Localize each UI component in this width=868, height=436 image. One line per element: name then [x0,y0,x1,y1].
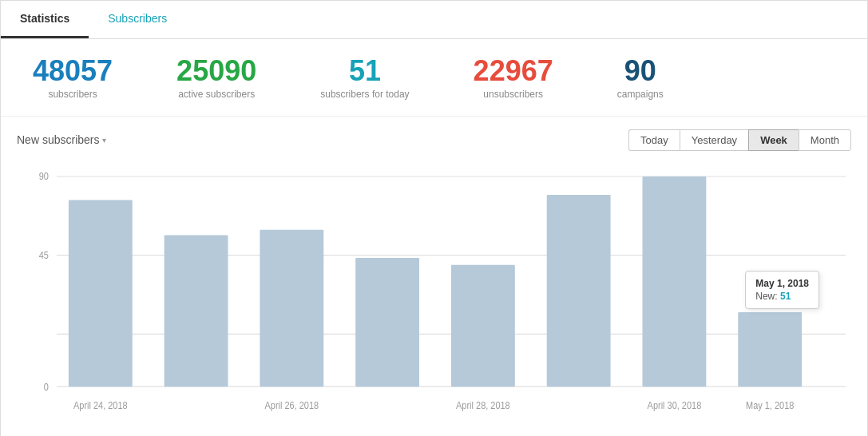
stat-subscribers-value: 48057 [33,55,113,87]
tooltip-value: New: 51 [755,291,809,302]
stats-row: 48057 subscribers 25090 active subscribe… [1,39,867,116]
stat-today-subscribers: 51 subscribers for today [320,55,409,100]
tab-bar: Statistics Subscribers [1,1,867,39]
chart-footer: New subscribers for the period: 571. Uns… [17,430,851,436]
svg-rect-11 [451,264,515,386]
svg-text:45: 45 [39,250,49,260]
main-container: Statistics Subscribers 48057 subscribers… [0,0,868,436]
svg-rect-10 [355,258,419,386]
chart-area: 90 45 0 Apri [17,159,851,430]
stat-subscribers-label: subscribers [48,89,97,100]
svg-rect-9 [260,229,323,386]
chart-title-dropdown[interactable]: New subscribers ▾ [17,133,106,146]
stat-subscribers: 48057 subscribers [33,55,113,100]
time-btn-week[interactable]: Week [748,129,799,151]
svg-text:April 28, 2018: April 28, 2018 [456,400,510,410]
svg-text:April 26, 2018: April 26, 2018 [265,400,319,410]
chart-title-label: New subscribers [17,133,99,146]
time-btn-today[interactable]: Today [628,129,680,151]
svg-text:April 30, 2018: April 30, 2018 [648,400,702,410]
tab-statistics[interactable]: Statistics [1,1,89,38]
svg-rect-7 [69,200,133,386]
chart-section: New subscribers ▾ Today Yesterday Week M… [1,116,867,436]
stat-active-label: active subscribers [178,89,255,100]
chart-svg: 90 45 0 Apri [17,159,851,430]
stat-campaigns-value: 90 [624,55,656,87]
svg-rect-14 [738,312,802,386]
time-btn-month[interactable]: Month [799,129,851,151]
chevron-down-icon: ▾ [102,136,106,145]
tooltip-date: May 1, 2018 [755,278,809,289]
svg-text:April 24, 2018: April 24, 2018 [73,400,128,410]
stat-today-value: 51 [349,55,381,87]
stat-campaigns: 90 campaigns [617,55,664,100]
chart-header: New subscribers ▾ Today Yesterday Week M… [17,129,851,151]
stat-unsubscribers: 22967 unsubscribers [474,55,553,100]
time-button-group: Today Yesterday Week Month [628,129,851,151]
stat-unsub-label: unsubscribers [483,89,543,100]
svg-text:0: 0 [44,382,49,392]
time-btn-yesterday[interactable]: Yesterday [680,129,748,151]
chart-tooltip: May 1, 2018 New: 51 [745,271,819,309]
svg-text:May 1, 2018: May 1, 2018 [746,400,794,410]
stat-campaigns-label: campaigns [617,89,664,100]
svg-rect-13 [643,176,707,386]
svg-text:90: 90 [39,171,49,181]
stat-active-subscribers: 25090 active subscribers [176,55,256,100]
svg-rect-12 [547,195,611,386]
svg-rect-8 [164,235,228,386]
stat-active-value: 25090 [176,55,256,87]
stat-unsub-value: 22967 [474,55,553,87]
stat-today-label: subscribers for today [320,89,409,100]
tab-subscribers[interactable]: Subscribers [89,1,186,38]
